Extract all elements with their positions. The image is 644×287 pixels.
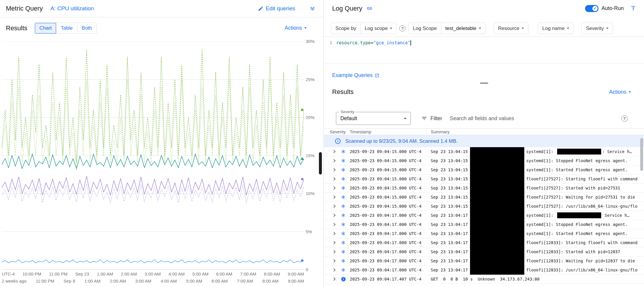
row-expand-chevron-icon[interactable] (333, 214, 341, 216)
log-timestamp: 2025-09-23 09:04:17.000 UTC-4 (350, 249, 431, 254)
log-timestamp: 2025-09-23 09:04:17.000 UTC-4 (350, 240, 431, 245)
log-row[interactable]: 2025-09-23 09:04:15.000 UTC-4Sep 23 13:0… (324, 184, 644, 193)
log-timestamp: 2025-09-23 09:04:15.000 UTC-4 (350, 158, 431, 163)
auto-run-toggle[interactable] (585, 5, 599, 12)
log-row[interactable]: 2025-09-23 09:04:15.000 UTC-4Sep 23 13:0… (324, 147, 644, 156)
link-icon[interactable] (366, 5, 373, 11)
metric-query-panel: Metric Query A: CPU utilization Edit que… (0, 0, 324, 287)
metric-actions-menu[interactable]: Actions (285, 25, 307, 31)
log-row[interactable]: 2025-09-23 09:04:15.000 UTC-4Sep 23 13:0… (324, 202, 644, 211)
row-expand-chevron-icon[interactable] (333, 269, 341, 271)
row-expand-chevron-icon[interactable] (333, 178, 341, 180)
log-row[interactable]: 2025-09-23 09:04:17.000 UTC-4Sep 23 13:0… (324, 238, 644, 247)
collapse-panel-icon[interactable] (630, 5, 636, 11)
redaction-box (470, 147, 524, 156)
log-scope-dropdown[interactable]: Log scope (360, 23, 396, 34)
metric-results-bar: Results Chart Table Both Actions (0, 17, 323, 39)
log-row[interactable]: 2025-09-23 09:04:15.000 UTC-4Sep 23 13:0… (324, 174, 644, 184)
view-tab-both[interactable]: Both (77, 23, 97, 33)
log-results-heading: Results (332, 88, 354, 96)
log-scope-value-dropdown[interactable]: test_deletable (441, 23, 485, 34)
scan-status-banner: Scanned up to 9/23/25, 9:04 AM. Scanned … (324, 135, 644, 147)
log-row[interactable]: 2025-09-23 09:04:17.000 UTC-4Sep 23 13:0… (324, 211, 644, 220)
row-expand-chevron-icon[interactable] (333, 223, 341, 226)
row-expand-chevron-icon[interactable] (333, 241, 341, 244)
row-expand-chevron-icon[interactable] (333, 278, 341, 280)
metric-panel-scrollbar[interactable] (319, 152, 322, 174)
edit-queries-button[interactable]: Edit queries (258, 5, 295, 12)
log-search-input[interactable] (450, 115, 602, 122)
resource-filter-dropdown[interactable]: Resource (494, 23, 529, 34)
metric-panel-title: Metric Query (6, 5, 43, 12)
log-scope-group: Log Scope test_deletable (408, 23, 485, 34)
x-axis-label: 2:00 AM (121, 271, 137, 276)
log-timestamp: 2025-09-23 09:04:15.000 UTC-4 (350, 204, 431, 209)
row-expand-chevron-icon[interactable] (333, 150, 341, 153)
severity-select[interactable]: Severity Default (336, 112, 411, 125)
x-axis-label: 11:00 PM (49, 271, 67, 276)
log-row[interactable]: 2025-09-23 09:04:17.000 UTC-4Sep 23 13:0… (324, 229, 644, 238)
redaction-box (470, 238, 524, 247)
log-row[interactable]: 2025-09-23 09:04:17.407 UTC-4GET 0 0 B 1… (324, 275, 644, 284)
row-expand-chevron-icon[interactable] (333, 260, 341, 262)
example-queries-link[interactable]: Example Queries (332, 72, 379, 78)
row-expand-chevron-icon[interactable] (333, 169, 341, 171)
log-row[interactable]: 2025-09-23 09:04:15.000 UTC-4Sep 23 13:0… (324, 165, 644, 174)
log-results-header: Results Actions (332, 88, 631, 96)
x-axis-current: UTC-410:00 PM11:00 PMSep 231:00 AM2:00 A… (2, 271, 304, 276)
log-summary-prefix: Sep 23 13:04:15 (431, 158, 468, 163)
panel-resize-handle[interactable] (480, 83, 488, 84)
severity-default-icon (341, 168, 350, 172)
row-expand-chevron-icon[interactable] (333, 232, 341, 235)
auto-run-label: Auto-Run (601, 5, 624, 11)
row-expand-chevron-icon[interactable] (333, 187, 341, 189)
severity-default-icon (341, 268, 350, 272)
log-results-scrollbar[interactable] (640, 136, 643, 287)
log-row[interactable]: 2025-09-23 09:04:15.000 UTC-4Sep 23 13:0… (324, 156, 644, 165)
log-message-text: systemd[1]: Started FlooNet egress agent… (526, 167, 628, 172)
x-axis-label: 4:00 AM (161, 278, 177, 283)
metric-chart-svg[interactable] (2, 41, 304, 270)
query-editor[interactable]: 1 resource.type="gce_instance" (324, 36, 644, 63)
editor-line-number: 1 (324, 40, 336, 63)
log-summary: Sep 23 13:04:15flooefi[27527]: Started w… (431, 184, 638, 193)
scan-status-text: Scanned up to 9/23/25, 9:04 AM. Scanned … (345, 138, 458, 144)
redaction-box (470, 202, 524, 211)
log-summary: Sep 23 13:04:15systemd[1]: Stopped FlooN… (431, 156, 638, 165)
severity-filter-dropdown[interactable]: Severity (582, 23, 613, 34)
severity-default-icon (341, 241, 350, 245)
x-axis-label: 1:00 AM (97, 271, 113, 276)
edit-queries-label: Edit queries (266, 5, 295, 12)
view-tab-table[interactable]: Table (56, 23, 77, 33)
row-expand-chevron-icon[interactable] (333, 251, 341, 253)
log-actions-menu[interactable]: Actions (609, 89, 631, 95)
view-tab-chart[interactable]: Chart (35, 23, 56, 33)
help-icon[interactable] (399, 25, 405, 31)
log-summary-prefix: Sep 23 13:04:15 (431, 186, 468, 190)
row-expand-chevron-icon[interactable] (333, 160, 341, 162)
help-icon[interactable] (621, 115, 628, 122)
filter-icon (421, 115, 427, 121)
log-summary: GET 0 0 B 10 s Unknown 34.173.67.243:80 (431, 277, 638, 281)
log-row[interactable]: 2025-09-23 09:04:17.000 UTC-4Sep 23 13:0… (324, 256, 644, 266)
log-summary: Sep 23 13:04:15flooefi[27527]: Waiting f… (431, 193, 638, 202)
y-axis-label: 0 (306, 267, 308, 272)
log-row[interactable]: 2025-09-23 09:04:17.000 UTC-4Sep 23 13:0… (324, 247, 644, 256)
log-name-filter-dropdown[interactable]: Log name (538, 23, 574, 34)
log-row[interactable]: 2025-09-23 09:04:17.000 UTC-4Sep 23 13:0… (324, 266, 644, 275)
log-row[interactable]: 2025-09-23 09:04:17.000 UTC-4Sep 23 13:0… (324, 220, 644, 229)
log-message-text: flooefi[12833]: /usr/lib/x86_64-linux-gn… (526, 268, 638, 272)
scrollbar-thumb[interactable] (640, 138, 643, 171)
metric-query-chip[interactable]: A: CPU utilization (50, 5, 94, 12)
redaction-box (470, 156, 524, 165)
log-message-text: flooefi[27527]: Starting flooefi with co… (526, 177, 638, 181)
log-summary-prefix: Sep 23 13:04:17 (431, 231, 468, 236)
x-axis-label: 5:00 AM (192, 271, 208, 276)
log-row[interactable]: 2025-09-23 09:04:15.000 UTC-4Sep 23 13:0… (324, 193, 644, 202)
log-message-text: GET 0 0 B 10 s Unknown 34.173.67.243:80 (431, 277, 540, 281)
severity-default-icon (341, 150, 350, 154)
row-expand-chevron-icon[interactable] (333, 196, 341, 198)
log-message-text: systemd[1]: Started FlooNet egress agent… (526, 231, 628, 236)
row-expand-chevron-icon[interactable] (333, 205, 341, 207)
redaction-box (470, 193, 524, 202)
